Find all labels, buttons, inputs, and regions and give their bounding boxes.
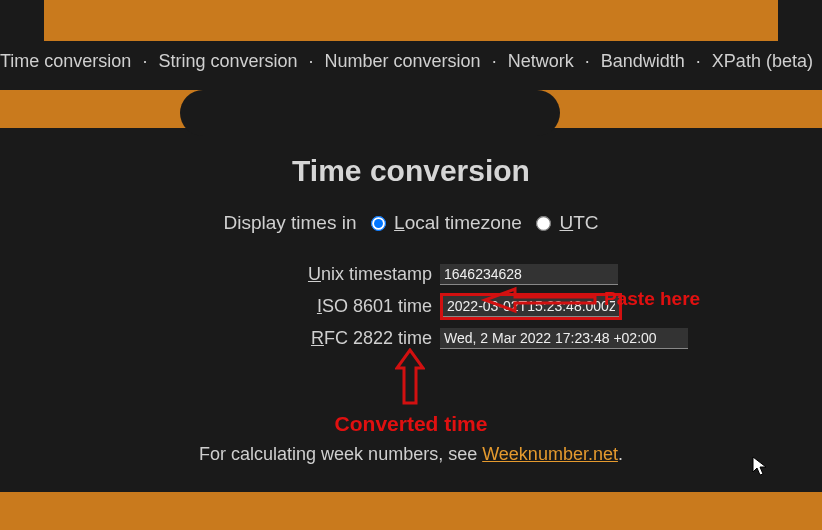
timezone-utc-radio[interactable] (536, 217, 551, 232)
iso-label: ISO 8601 time (132, 296, 440, 317)
top-ad-bar (44, 0, 778, 41)
footer-band (0, 492, 822, 530)
nav-time-conversion[interactable]: Time conversion (0, 51, 131, 71)
header-band (0, 90, 822, 128)
nav-bandwidth[interactable]: Bandwidth (601, 51, 685, 71)
timezone-utc-label[interactable]: UTC (559, 212, 598, 233)
mouse-cursor-icon (752, 456, 768, 481)
timezone-local-radio[interactable] (371, 217, 386, 232)
tool-nav: Time conversion · String conversion · Nu… (0, 41, 822, 82)
timezone-row: Display times in Local timezone UTC (0, 212, 822, 234)
rfc-input[interactable] (440, 328, 688, 349)
nav-network[interactable]: Network (508, 51, 574, 71)
timezone-local-label[interactable]: Local timezone (394, 212, 522, 233)
paste-here-annotation: Paste here (604, 288, 700, 310)
weeknumber-link[interactable]: Weeknumber.net (482, 444, 618, 464)
timezone-label: Display times in (223, 212, 356, 233)
converted-arrow-icon (395, 348, 425, 406)
unix-label: Unix timestamp (132, 264, 440, 285)
conversion-form: Unix timestamp ISO 8601 time RFC 2822 ti… (0, 260, 822, 352)
nav-string-conversion[interactable]: String conversion (158, 51, 297, 71)
active-tab-notch (180, 90, 560, 136)
converted-time-annotation: Converted time (0, 412, 822, 436)
unix-input[interactable] (440, 264, 618, 285)
weeknumber-note: For calculating week numbers, see Weeknu… (0, 444, 822, 465)
rfc-label: RFC 2822 time (132, 328, 440, 349)
page-title: Time conversion (0, 154, 822, 188)
paste-arrow-icon (480, 285, 600, 315)
nav-xpath[interactable]: XPath (beta) (712, 51, 813, 71)
nav-number-conversion[interactable]: Number conversion (325, 51, 481, 71)
